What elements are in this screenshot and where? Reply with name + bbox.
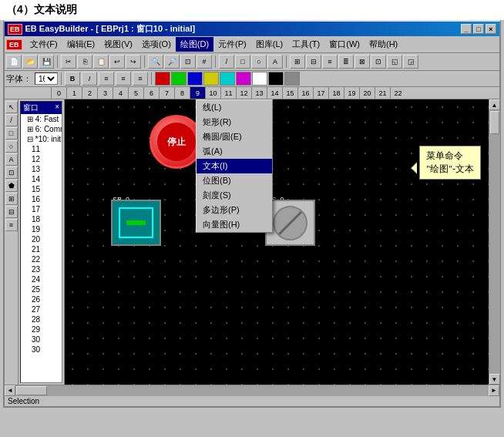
tree-item-22[interactable]: 22 <box>21 254 62 264</box>
toolbar-line-btn[interactable]: / <box>219 55 234 69</box>
toolbar-btn-h[interactable]: ◲ <box>403 55 418 69</box>
tree-item-14[interactable]: 14 <box>21 174 62 184</box>
menu-ellipse-item[interactable]: 椭圆/圆(E) <box>197 129 272 144</box>
menu-rect-item[interactable]: 矩形(R) <box>197 115 272 129</box>
tree-item-27[interactable]: 27 <box>21 304 62 314</box>
tree-item-13[interactable]: 13 <box>21 164 62 174</box>
tree-item-16[interactable]: 16 <box>21 194 62 204</box>
tree-item-17[interactable]: 17 <box>21 204 62 214</box>
canvas-area[interactable]: 停止 SB_0 TS_0 线(L) 矩形(R) <box>65 99 489 385</box>
scroll-right-btn[interactable]: ► <box>489 385 499 396</box>
menu-text-item[interactable]: 文本(I) <box>197 159 272 173</box>
teal-square-object[interactable] <box>111 200 161 246</box>
menu-draw[interactable]: 绘图(D) <box>176 37 213 52</box>
toolbar-grid-btn[interactable]: # <box>197 55 212 69</box>
tree-item-11[interactable]: 11 <box>21 144 62 154</box>
menu-arc-item[interactable]: 弧(A) <box>197 144 272 159</box>
tool-select[interactable]: ↖ <box>5 101 18 113</box>
color-btn-2[interactable] <box>171 72 186 86</box>
tree-item-24[interactable]: 24 <box>21 274 62 284</box>
tree-item-25[interactable]: 25 <box>21 284 62 294</box>
toolbar-btn-a[interactable]: ⊞ <box>290 55 305 69</box>
toolbar-paste-btn[interactable]: 📋 <box>93 55 109 69</box>
color-btn-1[interactable] <box>155 72 170 86</box>
tree-item-common-win[interactable]: ⊞ 6: Common Window <box>21 124 62 134</box>
color-btn-9[interactable] <box>284 72 300 86</box>
toolbar-btn-d[interactable]: ≣ <box>338 55 354 69</box>
font-size-select[interactable]: 16 <box>35 72 58 85</box>
menu-view[interactable]: 视图(V) <box>99 37 137 52</box>
tree-item-30[interactable]: 30 <box>21 334 62 345</box>
color-btn-7[interactable] <box>252 72 267 86</box>
color-btn-8[interactable] <box>268 72 284 86</box>
toolbar-text-btn[interactable]: A <box>267 55 283 69</box>
toolbar-rect-btn[interactable]: □ <box>235 55 250 69</box>
toolbar-save-btn[interactable]: 💾 <box>39 55 54 69</box>
toolbar-zoom-in-btn[interactable]: 🔍 <box>148 55 163 69</box>
tree-item-initial[interactable]: ⊟ *10: initial <box>21 134 62 144</box>
color-btn-4[interactable] <box>203 72 219 86</box>
menu-vector-item[interactable]: 向量图(H) <box>197 217 272 232</box>
tool-poly[interactable]: ⬟ <box>5 180 18 192</box>
toolbar-open-btn[interactable]: 📂 <box>22 55 38 69</box>
toolbar-new-btn[interactable]: 📄 <box>6 55 22 69</box>
scroll-track-v[interactable] <box>489 110 500 374</box>
align-left-btn[interactable]: ≡ <box>99 72 114 86</box>
tree-item-28[interactable]: 28 <box>21 314 62 324</box>
toolbar-cut-btn[interactable]: ✂ <box>61 55 76 69</box>
tree-item-31[interactable]: 30 <box>21 345 62 355</box>
toolbar-zoom-out-btn[interactable]: 🔎 <box>164 55 180 69</box>
toolbar-btn-g[interactable]: ◱ <box>387 55 402 69</box>
toolbar-undo-btn[interactable]: ↩ <box>109 55 125 69</box>
tree-item-21[interactable]: 21 <box>21 244 62 254</box>
menu-help[interactable]: 帮助(H) <box>365 37 402 52</box>
menu-library[interactable]: 图库(L) <box>251 37 287 52</box>
font-bold-btn[interactable]: B <box>65 72 80 86</box>
minimize-button[interactable]: _ <box>461 24 472 34</box>
menu-edit[interactable]: 编辑(E) <box>62 37 100 52</box>
menu-component[interactable]: 元件(P) <box>213 37 251 52</box>
tool-text[interactable]: A <box>5 153 18 166</box>
toolbar-circle-btn[interactable]: ○ <box>251 55 267 69</box>
close-button[interactable]: × <box>486 24 496 34</box>
color-btn-3[interactable] <box>187 72 203 86</box>
menu-line-item[interactable]: 线(L) <box>197 100 272 115</box>
maximize-button[interactable]: □ <box>473 24 484 34</box>
tree-item-29[interactable]: 29 <box>21 324 62 334</box>
scroll-down-btn[interactable]: ▼ <box>489 374 500 385</box>
menu-options[interactable]: 选项(O) <box>137 37 176 52</box>
tree-item-19[interactable]: 19 <box>21 224 62 234</box>
tree-item-12[interactable]: 12 <box>21 154 62 164</box>
tool-line[interactable]: / <box>5 114 18 126</box>
toolbar-btn-e[interactable]: ⊠ <box>354 55 370 69</box>
tree-close-btn[interactable]: × <box>55 103 59 113</box>
color-btn-5[interactable] <box>220 72 235 86</box>
align-right-btn[interactable]: ≡ <box>133 72 148 86</box>
tree-item-26[interactable]: 26 <box>21 294 62 304</box>
tree-item-20[interactable]: 20 <box>21 234 62 244</box>
menu-window[interactable]: 窗口(W) <box>324 37 365 52</box>
tree-item-15[interactable]: 15 <box>21 184 62 194</box>
color-btn-6[interactable] <box>236 72 251 86</box>
toolbar-btn-c[interactable]: ≡ <box>322 55 338 69</box>
tree-item-18[interactable]: 18 <box>21 214 62 224</box>
scroll-thumb-h[interactable] <box>16 386 47 395</box>
tool-misc1[interactable]: ⊞ <box>5 193 18 205</box>
tree-item-23[interactable]: 23 <box>21 264 62 274</box>
toolbar-copy-btn[interactable]: ⎘ <box>77 55 92 69</box>
toolbar-btn-f[interactable]: ⊡ <box>371 55 386 69</box>
tool-rect[interactable]: □ <box>5 127 18 140</box>
toolbar-redo-btn[interactable]: ↪ <box>126 55 141 69</box>
scroll-track-h[interactable] <box>15 385 489 396</box>
toolbar-fit-btn[interactable]: ⊡ <box>180 55 196 69</box>
menu-tools[interactable]: 工具(T) <box>287 37 324 52</box>
tool-misc2[interactable]: ⊟ <box>5 206 18 218</box>
menu-scale-item[interactable]: 刻度(S) <box>197 188 272 203</box>
align-center-btn[interactable]: ≡ <box>116 72 131 86</box>
font-italic-btn[interactable]: I <box>82 72 97 86</box>
toolbar-btn-b[interactable]: ⊟ <box>306 55 321 69</box>
tool-circle[interactable]: ○ <box>5 140 18 153</box>
tree-item-fast-sel[interactable]: ⊞ 4: Fast Selection <box>21 114 62 124</box>
tool-misc3[interactable]: ≡ <box>5 219 18 231</box>
tool-bitmap[interactable]: ⊡ <box>5 166 18 179</box>
